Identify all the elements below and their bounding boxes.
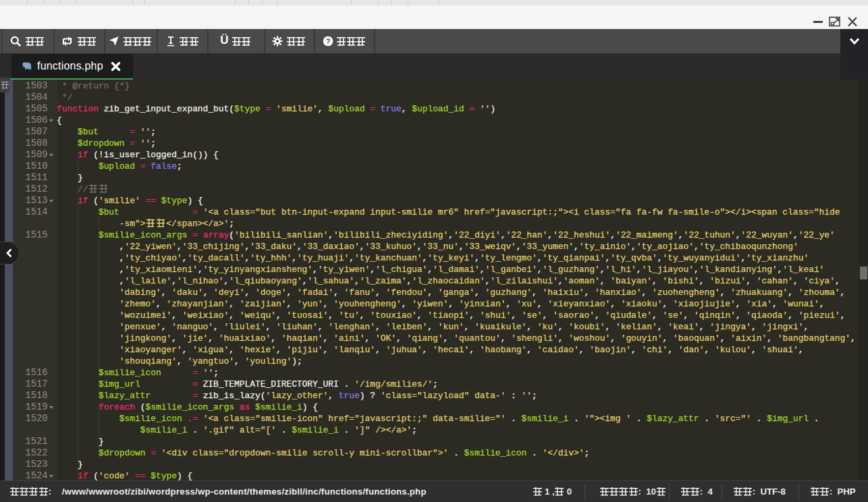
svg-text:?: ?	[325, 37, 330, 45]
